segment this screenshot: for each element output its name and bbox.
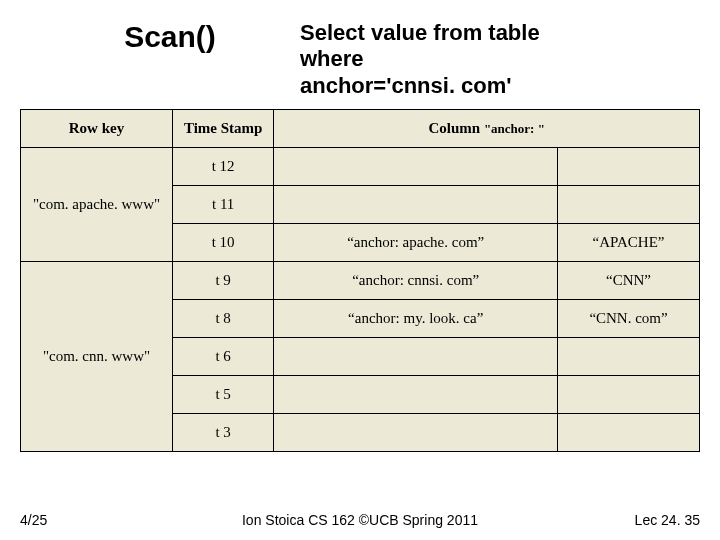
cell-ts: t 9: [173, 262, 274, 300]
table-header-row: Row key Time Stamp Column "anchor: ": [21, 110, 700, 148]
scan-title: Scan(): [40, 20, 300, 99]
query-line-1: Select value from table: [300, 20, 540, 45]
header-column-prefix: Column: [428, 120, 483, 136]
query-line-2: where: [300, 46, 364, 71]
footer-lecture: Lec 24. 35: [560, 512, 700, 528]
footer-center: Ion Stoica CS 162 ©UCB Spring 2011: [160, 512, 560, 528]
rowkey-cnn: "com. cnn. www": [21, 262, 173, 452]
cell-col: [274, 186, 558, 224]
slide-header: Scan() Select value from table where anc…: [0, 0, 720, 109]
cell-col: “anchor: apache. com”: [274, 224, 558, 262]
cell-col: [274, 338, 558, 376]
cell-val: [558, 376, 700, 414]
cell-ts: t 5: [173, 376, 274, 414]
cell-col: [274, 414, 558, 452]
cell-ts: t 3: [173, 414, 274, 452]
slide-footer: 4/25 Ion Stoica CS 162 ©UCB Spring 2011 …: [0, 512, 720, 528]
table-row: "com. cnn. www" t 9 “anchor: cnnsi. com”…: [21, 262, 700, 300]
cell-val: [558, 338, 700, 376]
cell-col: [274, 376, 558, 414]
cell-col: “anchor: cnnsi. com”: [274, 262, 558, 300]
cell-ts: t 8: [173, 300, 274, 338]
cell-val: [558, 414, 700, 452]
cell-ts: t 12: [173, 148, 274, 186]
cell-val: [558, 186, 700, 224]
cell-val: “CNN. com”: [558, 300, 700, 338]
header-column: Column "anchor: ": [274, 110, 700, 148]
data-table: Row key Time Stamp Column "anchor: " "co…: [20, 109, 700, 452]
cell-val: “APACHE”: [558, 224, 700, 262]
cell-col: [274, 148, 558, 186]
query-line-3: anchor='cnnsi. com': [300, 73, 512, 98]
data-table-container: Row key Time Stamp Column "anchor: " "co…: [20, 109, 700, 452]
cell-col: “anchor: my. look. ca”: [274, 300, 558, 338]
cell-val: “CNN”: [558, 262, 700, 300]
header-rowkey: Row key: [21, 110, 173, 148]
query-title: Select value from table where anchor='cn…: [300, 20, 680, 99]
cell-ts: t 10: [173, 224, 274, 262]
footer-date: 4/25: [20, 512, 160, 528]
header-column-quoted: "anchor: ": [484, 121, 545, 136]
table-row: "com. apache. www" t 12: [21, 148, 700, 186]
rowkey-apache: "com. apache. www": [21, 148, 173, 262]
cell-val: [558, 148, 700, 186]
cell-ts: t 6: [173, 338, 274, 376]
cell-ts: t 11: [173, 186, 274, 224]
header-timestamp: Time Stamp: [173, 110, 274, 148]
